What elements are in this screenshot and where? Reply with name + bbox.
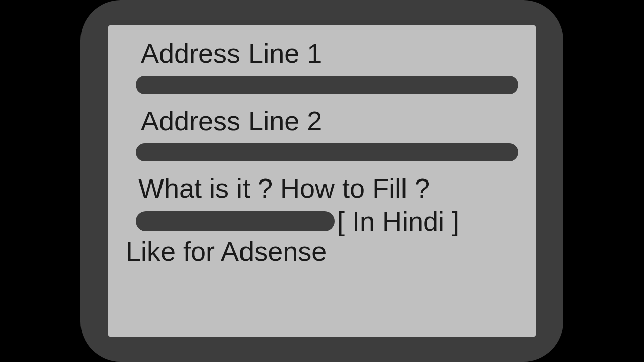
address-line-2-label: Address Line 2 — [141, 105, 521, 136]
question-text: What is it ? How to Fill ? — [138, 172, 521, 204]
address-line-1-label: Address Line 1 — [141, 38, 521, 69]
short-row: [ In Hindi ] — [136, 208, 521, 235]
address-line-2-bar — [136, 143, 518, 161]
address-line-1-bar — [136, 76, 518, 94]
footer-text: Like for Adsense — [126, 236, 521, 267]
outer-frame: Address Line 1 Address Line 2 What is it… — [80, 0, 564, 362]
in-hindi-text: [ In Hindi ] — [337, 208, 459, 235]
content-panel: Address Line 1 Address Line 2 What is it… — [108, 25, 536, 337]
short-bar — [136, 211, 335, 231]
